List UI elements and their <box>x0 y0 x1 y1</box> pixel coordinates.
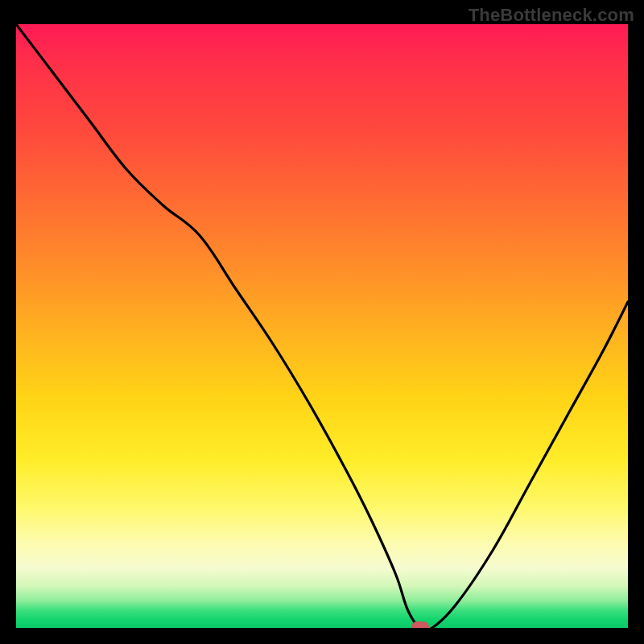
chart-frame: TheBottleneck.com <box>0 0 644 644</box>
watermark-text: TheBottleneck.com <box>469 5 634 26</box>
curve-path <box>16 24 628 628</box>
optimal-marker <box>411 621 429 628</box>
bottleneck-curve <box>16 24 628 628</box>
plot-area <box>16 24 628 628</box>
